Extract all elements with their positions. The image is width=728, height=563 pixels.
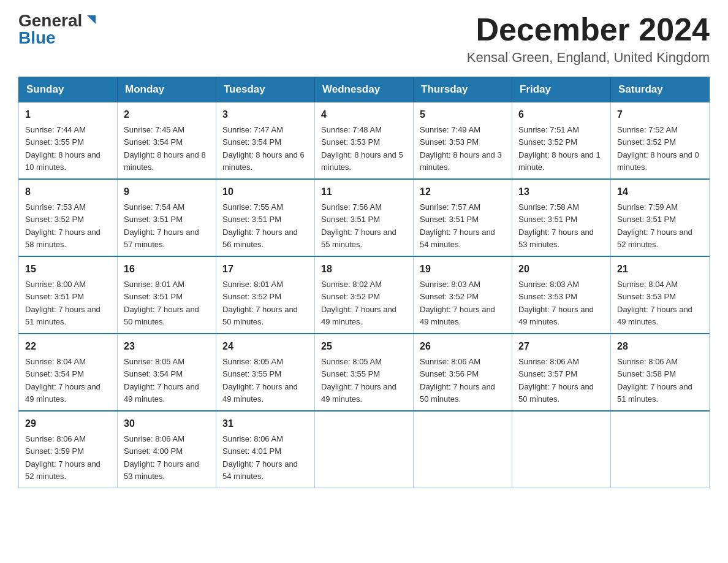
calendar-cell: 27 Sunrise: 8:06 AMSunset: 3:57 PMDaylig…: [512, 334, 611, 411]
calendar-cell: 24 Sunrise: 8:05 AMSunset: 3:55 PMDaylig…: [216, 334, 315, 411]
day-number: 22: [25, 339, 111, 354]
day-number: 29: [25, 416, 111, 431]
col-header-wednesday: Wednesday: [315, 77, 414, 102]
week-row-2: 8 Sunrise: 7:53 AMSunset: 3:52 PMDayligh…: [19, 179, 710, 256]
day-number: 8: [25, 185, 111, 199]
calendar-cell: 13 Sunrise: 7:58 AMSunset: 3:51 PMDaylig…: [512, 179, 611, 256]
calendar-cell: 28 Sunrise: 8:06 AMSunset: 3:58 PMDaylig…: [611, 334, 710, 411]
day-info: Sunrise: 7:53 AMSunset: 3:52 PMDaylight:…: [25, 202, 100, 249]
day-number: 31: [222, 416, 308, 431]
week-row-1: 1 Sunrise: 7:44 AMSunset: 3:55 PMDayligh…: [19, 102, 710, 180]
calendar-cell: 23 Sunrise: 8:05 AMSunset: 3:54 PMDaylig…: [118, 334, 216, 411]
day-number: 26: [420, 339, 506, 354]
calendar-cell: 17 Sunrise: 8:01 AMSunset: 3:52 PMDaylig…: [216, 256, 315, 334]
calendar-cell: 1 Sunrise: 7:44 AMSunset: 3:55 PMDayligh…: [19, 102, 118, 180]
day-number: 3: [222, 107, 308, 122]
calendar-cell: 4 Sunrise: 7:48 AMSunset: 3:53 PMDayligh…: [315, 102, 414, 180]
svg-marker-0: [87, 15, 96, 24]
day-info: Sunrise: 7:51 AMSunset: 3:52 PMDaylight:…: [518, 125, 601, 172]
day-info: Sunrise: 8:06 AMSunset: 3:58 PMDaylight:…: [617, 357, 692, 404]
calendar-cell: 26 Sunrise: 8:06 AMSunset: 3:56 PMDaylig…: [414, 334, 512, 411]
day-number: 2: [124, 107, 210, 122]
calendar-cell: 21 Sunrise: 8:04 AMSunset: 3:53 PMDaylig…: [611, 256, 710, 334]
day-info: Sunrise: 7:44 AMSunset: 3:55 PMDaylight:…: [25, 125, 100, 172]
col-header-friday: Friday: [512, 77, 611, 102]
day-info: Sunrise: 7:59 AMSunset: 3:51 PMDaylight:…: [617, 202, 692, 249]
logo: General Blue: [18, 12, 98, 47]
day-info: Sunrise: 7:58 AMSunset: 3:51 PMDaylight:…: [518, 202, 594, 249]
day-number: 4: [321, 107, 407, 122]
day-number: 12: [420, 185, 506, 199]
day-info: Sunrise: 8:00 AMSunset: 3:51 PMDaylight:…: [25, 280, 100, 326]
day-number: 5: [420, 107, 506, 122]
day-info: Sunrise: 8:05 AMSunset: 3:55 PMDaylight:…: [222, 357, 298, 404]
calendar-cell: 18 Sunrise: 8:02 AMSunset: 3:52 PMDaylig…: [315, 256, 414, 334]
day-info: Sunrise: 8:06 AMSunset: 3:59 PMDaylight:…: [25, 434, 100, 481]
day-number: 9: [124, 185, 210, 199]
calendar-cell: [315, 411, 414, 488]
calendar-table: SundayMondayTuesdayWednesdayThursdayFrid…: [18, 77, 710, 488]
day-number: 17: [222, 262, 308, 277]
col-header-monday: Monday: [118, 77, 216, 102]
day-number: 25: [321, 339, 407, 354]
calendar-cell: [512, 411, 611, 488]
day-number: 24: [222, 339, 308, 354]
day-number: 13: [518, 185, 604, 199]
day-number: 18: [321, 262, 407, 277]
logo-general-text: General: [18, 12, 82, 29]
day-number: 30: [124, 416, 210, 431]
day-info: Sunrise: 7:57 AMSunset: 3:51 PMDaylight:…: [420, 202, 495, 249]
week-row-4: 22 Sunrise: 8:04 AMSunset: 3:54 PMDaylig…: [19, 334, 710, 411]
day-number: 10: [222, 185, 308, 199]
calendar-cell: 22 Sunrise: 8:04 AMSunset: 3:54 PMDaylig…: [19, 334, 118, 411]
day-number: 15: [25, 262, 111, 277]
day-info: Sunrise: 8:06 AMSunset: 3:57 PMDaylight:…: [518, 357, 594, 404]
logo-blue-text: Blue: [18, 29, 56, 47]
calendar-cell: 14 Sunrise: 7:59 AMSunset: 3:51 PMDaylig…: [611, 179, 710, 256]
col-header-tuesday: Tuesday: [216, 77, 315, 102]
day-info: Sunrise: 7:56 AMSunset: 3:51 PMDaylight:…: [321, 202, 396, 249]
day-number: 16: [124, 262, 210, 277]
calendar-cell: 11 Sunrise: 7:56 AMSunset: 3:51 PMDaylig…: [315, 179, 414, 256]
day-number: 7: [617, 107, 703, 122]
day-info: Sunrise: 8:06 AMSunset: 4:01 PMDaylight:…: [222, 434, 298, 481]
day-info: Sunrise: 8:03 AMSunset: 3:52 PMDaylight:…: [420, 280, 495, 326]
day-info: Sunrise: 8:01 AMSunset: 3:52 PMDaylight:…: [222, 280, 298, 326]
calendar-cell: [611, 411, 710, 488]
day-info: Sunrise: 8:05 AMSunset: 3:55 PMDaylight:…: [321, 357, 396, 404]
day-info: Sunrise: 8:06 AMSunset: 4:00 PMDaylight:…: [124, 434, 199, 481]
day-info: Sunrise: 8:05 AMSunset: 3:54 PMDaylight:…: [124, 357, 199, 404]
calendar-cell: 12 Sunrise: 7:57 AMSunset: 3:51 PMDaylig…: [414, 179, 512, 256]
location-title: Kensal Green, England, United Kingdom: [467, 50, 710, 66]
col-header-sunday: Sunday: [19, 77, 118, 102]
calendar-cell: 25 Sunrise: 8:05 AMSunset: 3:55 PMDaylig…: [315, 334, 414, 411]
day-number: 11: [321, 185, 407, 199]
calendar-cell: 31 Sunrise: 8:06 AMSunset: 4:01 PMDaylig…: [216, 411, 315, 488]
day-info: Sunrise: 8:04 AMSunset: 3:53 PMDaylight:…: [617, 280, 692, 326]
calendar-cell: 20 Sunrise: 8:03 AMSunset: 3:53 PMDaylig…: [512, 256, 611, 334]
day-number: 14: [617, 185, 703, 199]
day-info: Sunrise: 8:06 AMSunset: 3:56 PMDaylight:…: [420, 357, 495, 404]
day-number: 6: [518, 107, 604, 122]
day-number: 28: [617, 339, 703, 354]
title-area: December 2024 Kensal Green, England, Uni…: [467, 12, 710, 66]
calendar-cell: 10 Sunrise: 7:55 AMSunset: 3:51 PMDaylig…: [216, 179, 315, 256]
logo-triangle-icon: [85, 13, 98, 26]
calendar-cell: 30 Sunrise: 8:06 AMSunset: 4:00 PMDaylig…: [118, 411, 216, 488]
day-number: 1: [25, 107, 111, 122]
day-number: 20: [518, 262, 604, 277]
calendar-cell: 9 Sunrise: 7:54 AMSunset: 3:51 PMDayligh…: [118, 179, 216, 256]
col-header-thursday: Thursday: [414, 77, 512, 102]
calendar-cell: 19 Sunrise: 8:03 AMSunset: 3:52 PMDaylig…: [414, 256, 512, 334]
day-info: Sunrise: 8:02 AMSunset: 3:52 PMDaylight:…: [321, 280, 396, 326]
day-number: 21: [617, 262, 703, 277]
month-title: December 2024: [467, 12, 710, 47]
week-row-3: 15 Sunrise: 8:00 AMSunset: 3:51 PMDaylig…: [19, 256, 710, 334]
calendar-cell: [414, 411, 512, 488]
calendar-cell: 7 Sunrise: 7:52 AMSunset: 3:52 PMDayligh…: [611, 102, 710, 180]
day-info: Sunrise: 7:52 AMSunset: 3:52 PMDaylight:…: [617, 125, 699, 172]
day-info: Sunrise: 7:49 AMSunset: 3:53 PMDaylight:…: [420, 125, 502, 172]
day-info: Sunrise: 7:45 AMSunset: 3:54 PMDaylight:…: [124, 125, 206, 172]
day-number: 19: [420, 262, 506, 277]
day-info: Sunrise: 7:48 AMSunset: 3:53 PMDaylight:…: [321, 125, 403, 172]
